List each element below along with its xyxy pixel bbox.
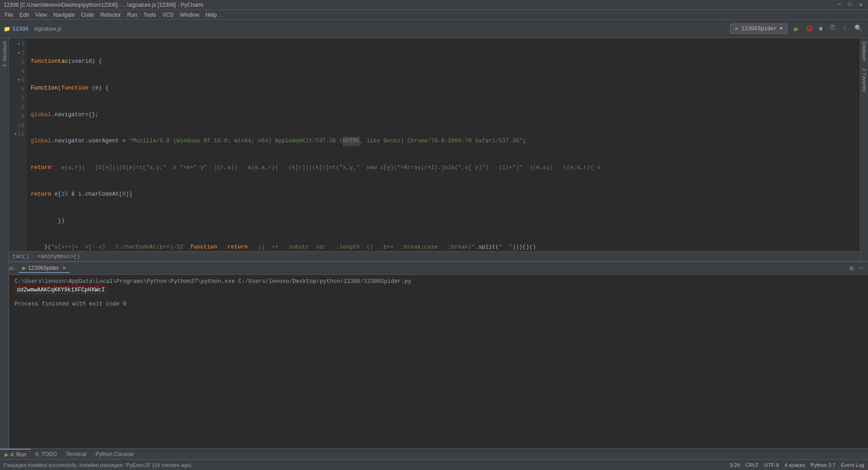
fold-icon-1[interactable]: ▾ — [18, 41, 20, 48]
code-area[interactable]: function tac(userid) { Function(function… — [27, 38, 868, 261]
minimize-panel-button[interactable]: — — [857, 263, 864, 273]
editor-container: ▾1 ▾2 3 4 ▾5 6 7 8 9 10 ▾11 function tac… — [9, 38, 868, 261]
bottom-tab-run-label: 4: Run — [10, 451, 26, 458]
code-line-2: Function(function (e) { — [31, 84, 864, 93]
menu-help[interactable]: Help — [203, 11, 220, 19]
indent-setting[interactable]: 4 spaces — [784, 462, 805, 468]
chevron-down-icon: ▼ — [780, 26, 783, 31]
fold-icon-5[interactable]: ▾ — [18, 77, 20, 84]
status-bar: Packages installed successfully: Install… — [0, 459, 868, 470]
run-panel-header: Run: ▶ 12306Spider ✕ ⚙ — — [0, 262, 868, 275]
line-num-10: 10 — [9, 121, 24, 130]
bottom-tab-terminal-label: Terminal — [66, 451, 86, 457]
favorites-panel-label[interactable]: 2: Favorites — [861, 65, 868, 95]
bottom-tab-run[interactable]: ▶ 4: Run — [0, 449, 31, 459]
minimize-button[interactable]: — — [835, 1, 843, 8]
close-button[interactable]: ✕ — [857, 1, 864, 8]
menu-window[interactable]: Window — [177, 11, 202, 19]
menu-tools[interactable]: Tools — [141, 11, 159, 19]
run-command-line: C:\Users\lenovo\AppData\Local\Programs\P… — [14, 278, 863, 285]
settings-button[interactable]: ⚙ — [848, 263, 855, 273]
menu-code[interactable]: Code — [78, 11, 97, 19]
menu-bar: File Edit View Navigate Code Refactor Ru… — [0, 10, 868, 20]
status-right: 3:29 CRLF UTF-8 4 spaces Python 3.7 Even… — [730, 462, 864, 468]
line-num-8: 8 — [9, 103, 24, 112]
code-line-6: return e[15 & i.charCodeAt(0)] — [31, 190, 864, 199]
run-output: C:\Users\lenovo\AppData\Local\Programs\P… — [9, 275, 868, 459]
line-ending[interactable]: CRLF — [745, 462, 759, 468]
line-num-3: 3 — [9, 58, 24, 67]
bottom-tab-python-console[interactable]: Python Console — [91, 449, 138, 459]
event-log-link[interactable]: Event Log — [841, 462, 864, 468]
more-button[interactable]: ⋮ — [840, 23, 850, 35]
fold-icon-11[interactable]: ▾ — [14, 131, 17, 138]
menu-navigate[interactable]: Navigate — [51, 11, 77, 19]
run-configuration[interactable]: ▶ 12306Spider ▼ — [730, 24, 787, 34]
run-panel: Run: ▶ 12306Spider ✕ ⚙ — ▶ ⬆ ⬇ ↺ ■ 📌 🗑 C… — [0, 261, 868, 459]
menu-run[interactable]: Run — [124, 11, 140, 19]
code-line-8: }("v[x++]= v[--x] t.charCodeAt(b++)-32 f… — [31, 243, 864, 252]
line-num-2: ▾2 — [9, 49, 24, 58]
run-button[interactable]: ▶ — [792, 23, 801, 35]
bottom-tab-todo-label: 6: TODO — [35, 451, 57, 457]
run-tab-number-icon: ▶ — [5, 451, 9, 458]
line-num-4: 4 — [9, 67, 24, 76]
menu-file[interactable]: File — [2, 11, 16, 19]
menu-edit[interactable]: Edit — [17, 11, 32, 19]
run-tab-label: 12306Spider — [28, 265, 59, 271]
line-num-5: ▾5 — [9, 76, 24, 85]
left-sidebar: 2: Structure — [0, 38, 9, 380]
menu-refactor[interactable]: Refactor — [98, 11, 123, 19]
bottom-tab-terminal[interactable]: Terminal — [61, 449, 91, 459]
toolbar-project-icon: 📁 — [4, 26, 10, 32]
line-num-9: 9 — [9, 112, 24, 121]
structure-sidebar-icon[interactable]: 2: Structure — [0, 40, 9, 68]
charset[interactable]: UTF-8 — [764, 462, 779, 468]
breadcrumb-item-1[interactable]: tac() — [13, 254, 29, 260]
bottom-tab-bar: ▶ 4: Run 6: TODO Terminal Python Console — [0, 448, 868, 459]
bottom-tab-todo[interactable]: 6: TODO — [31, 449, 61, 459]
toolbar-actions: ▶ 🐞 ◉ ⏱ ⋮ 🔍 — [792, 23, 864, 35]
run-output-highlighted: dd2wmwAAKCqKKY9k1XFCpHXWcI — [14, 287, 863, 297]
run-config-name: 12306Spider — [741, 26, 777, 32]
run-output-value: dd2wmwAAKCqKKY9k1XFCpHXWcI — [14, 287, 107, 294]
run-exit-message: Process finished with exit code 0 — [14, 301, 863, 307]
line-num-1: ▾1 — [9, 40, 24, 49]
window-controls[interactable]: — □ ✕ — [835, 1, 864, 8]
line-num-11: ▾11 — [9, 130, 24, 139]
run-tab-icon: ▶ — [22, 265, 26, 271]
line-numbers: ▾1 ▾2 3 4 ▾5 6 7 8 9 10 ▾11 — [9, 38, 27, 261]
code-line-3: global.navigator={}; — [31, 110, 864, 119]
bottom-tab-python-console-label: Python Console — [95, 451, 134, 457]
breadcrumb-item-2[interactable]: <anonymous>() — [38, 254, 80, 260]
search-button[interactable]: 🔍 — [852, 23, 864, 35]
maximize-button[interactable]: □ — [846, 1, 854, 8]
menu-vcs[interactable]: VCS — [160, 11, 176, 19]
fold-icon-2[interactable]: ▾ — [18, 50, 20, 57]
profile-button[interactable]: ⏱ — [827, 23, 838, 35]
menu-view[interactable]: View — [33, 11, 50, 19]
code-line-5: return ' e(a,r){ (b[e]||(b[e]=t("x,y," x… — [31, 164, 864, 173]
window-title: 12306 [C:\Users\lenovo\Desktop\python\12… — [4, 2, 203, 8]
code-line-4: global.navigator.userAgent = "Mozilla/5.… — [31, 137, 864, 146]
code-line-1: function tac(userid) { — [31, 57, 864, 66]
run-config-icon: ▶ — [735, 25, 738, 32]
project-label[interactable]: 12306 — [12, 25, 28, 32]
line-num-7: 7 — [9, 94, 24, 103]
breadcrumb-separator: › — [32, 254, 35, 260]
database-panel-label[interactable]: Database — [861, 38, 868, 65]
debug-button[interactable]: 🐞 — [803, 23, 815, 35]
run-tab-12306spider[interactable]: ▶ 12306Spider ✕ — [19, 264, 70, 273]
editor-content: ▾1 ▾2 3 4 ▾5 6 7 8 9 10 ▾11 function tac… — [9, 38, 868, 261]
run-panel-controls: ⚙ — — [848, 263, 864, 273]
coverage-button[interactable]: ◉ — [817, 23, 825, 35]
status-left: Packages installed successfully: Install… — [4, 462, 191, 468]
toolbar-file-label: signature.js — [34, 26, 61, 32]
code-line-7: }) — [31, 216, 864, 226]
cursor-position[interactable]: 3:29 — [730, 462, 740, 468]
title-bar: 12306 [C:\Users\lenovo\Desktop\python\12… — [0, 0, 868, 10]
line-num-6: 6 — [9, 85, 24, 94]
language-version[interactable]: Python 3.7 — [811, 462, 835, 468]
status-message: Packages installed successfully: Install… — [4, 462, 191, 468]
run-tab-close[interactable]: ✕ — [62, 265, 66, 270]
